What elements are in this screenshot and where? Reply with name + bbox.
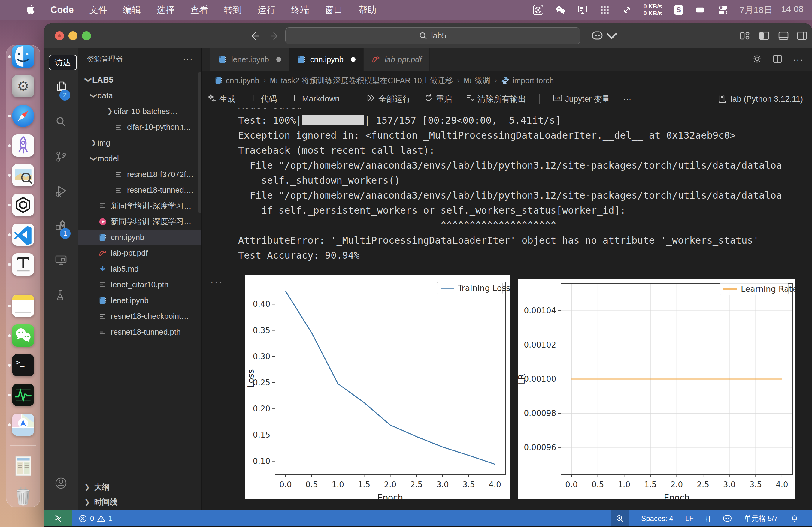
- customize-layout-button[interactable]: [739, 31, 751, 41]
- tree-item-cnn.ipynb[interactable]: cnn.ipynb: [78, 230, 202, 245]
- bell-icon[interactable]: [790, 514, 799, 523]
- menubar-clock[interactable]: 7月18日14 08: [740, 4, 803, 16]
- toolbar-重启[interactable]: 重启: [424, 93, 452, 104]
- breadcrumb-item[interactable]: import torch: [501, 76, 554, 85]
- dock-item-system-settings[interactable]: ⚙: [6, 75, 40, 97]
- menu-app[interactable]: Code: [50, 4, 74, 15]
- tree-item-新同学培训-深度学习…[interactable]: 新同学培训-深度学习…: [78, 198, 202, 214]
- menu-7[interactable]: 终端: [291, 4, 309, 16]
- cell-indicator[interactable]: 单元格 5/7: [744, 514, 778, 523]
- dock-item-rocket-app[interactable]: [6, 134, 40, 157]
- activity-testing[interactable]: [54, 289, 68, 302]
- dock-item-terminal[interactable]: >_: [6, 354, 40, 376]
- apple-menu-icon[interactable]: [26, 4, 35, 16]
- section-时间线[interactable]: ❯时间线: [78, 495, 202, 510]
- tree-item-lab5.md[interactable]: lab5.md: [78, 261, 202, 277]
- navigate-forward-button[interactable]: [269, 30, 281, 42]
- toggles-icon[interactable]: [717, 4, 729, 16]
- dock-item-trash[interactable]: [6, 485, 40, 507]
- problems-indicator[interactable]: 0 1: [79, 514, 113, 523]
- tree-item-resnet18-checkpoint…[interactable]: resnet18-checkpoint…: [78, 308, 202, 325]
- more-actions-icon[interactable]: ···: [793, 54, 803, 64]
- tree-item-img[interactable]: ❯img: [78, 135, 202, 151]
- toolbar-Jupyter 变量[interactable]: (x)Jupyter 变量: [553, 93, 610, 104]
- activity-search[interactable]: [54, 115, 68, 129]
- tree-item-lenet.ipynb[interactable]: lenet.ipynb: [78, 292, 202, 308]
- dock-item-chatgpt[interactable]: [6, 194, 40, 216]
- tree-item-data[interactable]: ❯data: [78, 88, 202, 104]
- tree-item-cifar-10-batches…[interactable]: ❯cifar-10-batches…: [78, 104, 202, 119]
- tree-item-新同学培训-深度学习…[interactable]: 新同学培训-深度学习…: [78, 214, 202, 230]
- tab-lab-ppt.pdf[interactable]: lab-ppt.pdf: [364, 48, 430, 71]
- dots-grid-icon[interactable]: [599, 4, 610, 16]
- menu-6[interactable]: 运行: [258, 4, 276, 16]
- dock-item-vscode[interactable]: [6, 224, 40, 246]
- dock-item-activity-monitor[interactable]: [6, 384, 40, 406]
- sidebar-scrollbar[interactable]: [199, 72, 201, 213]
- tree-item-resnet18-tunned.pth[interactable]: resnet18-tunned.pth: [78, 324, 202, 340]
- dock-item-typora[interactable]: [6, 253, 40, 275]
- menu-3[interactable]: 选择: [157, 4, 175, 16]
- tree-item-resnet18-tunned.…[interactable]: resnet18-tunned.…: [78, 182, 202, 198]
- toggle-secondary-sidebar-button[interactable]: [796, 31, 808, 41]
- menu-8[interactable]: 窗口: [325, 4, 343, 16]
- menu-5[interactable]: 转到: [224, 4, 242, 16]
- indent-indicator[interactable]: Spaces: 4: [641, 514, 673, 523]
- tab-lenet.ipynb[interactable]: lenet.ipynb: [210, 48, 289, 71]
- copilot-menu-button[interactable]: [591, 31, 618, 41]
- activity-run-debug[interactable]: [54, 184, 68, 198]
- activity-source-control[interactable]: [54, 150, 68, 163]
- fan-utility-icon[interactable]: [533, 4, 544, 16]
- language-indicator[interactable]: {}: [706, 514, 710, 523]
- menu-4[interactable]: 查看: [190, 4, 208, 16]
- menu-2[interactable]: 编辑: [123, 4, 141, 16]
- gear-icon[interactable]: [752, 54, 762, 65]
- dock-item-safari[interactable]: [6, 105, 40, 127]
- dock-item-maps[interactable]: [6, 413, 40, 436]
- minimize-button[interactable]: [69, 31, 77, 40]
- sidebar-more-actions[interactable]: ···: [183, 54, 193, 64]
- toolbar-Markdown[interactable]: Markdown: [290, 93, 339, 104]
- menu-9[interactable]: 帮助: [359, 4, 377, 16]
- activity-remote-explorer[interactable]: [54, 254, 68, 267]
- toolbar-全部运行[interactable]: 全部运行: [366, 93, 411, 104]
- dock-item-notes[interactable]: [6, 295, 40, 317]
- toggle-panel-button[interactable]: [778, 31, 789, 41]
- section-大纲[interactable]: ❯大纲: [78, 480, 202, 495]
- menu-1[interactable]: 文件: [89, 4, 107, 16]
- notebook-editor[interactable]: Model savedTest: 100%|| 157/157 [00:29<0…: [202, 108, 812, 510]
- breadcrumb-item[interactable]: M↓微调: [464, 75, 490, 86]
- tree-item-resnet18-f37072f…[interactable]: resnet18-f37072f…: [78, 167, 202, 182]
- eol-indicator[interactable]: LF: [685, 514, 694, 523]
- modified-dot[interactable]: [276, 57, 281, 62]
- zoom-indicator[interactable]: [610, 510, 629, 527]
- network-speed-indicator[interactable]: 0 KB/s0 KB/s: [643, 3, 662, 17]
- dock-item-wechat[interactable]: [6, 325, 40, 347]
- wechat-menubar-icon[interactable]: [555, 4, 566, 16]
- toolbar-清除所有输出[interactable]: 清除所有输出: [465, 93, 526, 104]
- close-button[interactable]: [55, 31, 64, 40]
- toolbar-···[interactable]: ···: [623, 94, 632, 104]
- command-center-search[interactable]: lab5: [285, 27, 580, 44]
- navigate-back-button[interactable]: [248, 30, 260, 42]
- toolbar-代码[interactable]: 代码: [249, 93, 277, 104]
- display-icon[interactable]: [577, 4, 588, 16]
- maximize-button[interactable]: [82, 31, 91, 40]
- dock-item-screenshot-file[interactable]: [6, 455, 40, 477]
- dock-item-finder[interactable]: [6, 45, 40, 67]
- split-editor-icon[interactable]: [772, 54, 783, 65]
- modified-dot[interactable]: [351, 57, 356, 62]
- tree-item-model[interactable]: ❯model: [78, 151, 202, 167]
- dock-item-preview[interactable]: [6, 164, 40, 186]
- activity-account[interactable]: [54, 477, 68, 490]
- remote-indicator[interactable]: [44, 510, 72, 527]
- surge-icon[interactable]: S: [673, 4, 684, 16]
- transfer-arrows-icon[interactable]: [621, 4, 633, 16]
- tree-item-lab-ppt.pdf[interactable]: lab-ppt.pdf: [78, 245, 202, 261]
- breadcrumb-item[interactable]: cnn.ipynb: [214, 76, 259, 85]
- kernel-picker[interactable]: lab (Python 3.12.11): [718, 90, 803, 108]
- cell-more-actions[interactable]: ···: [210, 276, 223, 288]
- tree-item-lenet_cifar10.pth[interactable]: lenet_cifar10.pth: [78, 277, 202, 293]
- copilot-status-icon[interactable]: [723, 514, 732, 523]
- breadcrumb-item[interactable]: M↓task2 将预训练深度卷积模型在CIFAR-10上做迁移: [270, 75, 453, 86]
